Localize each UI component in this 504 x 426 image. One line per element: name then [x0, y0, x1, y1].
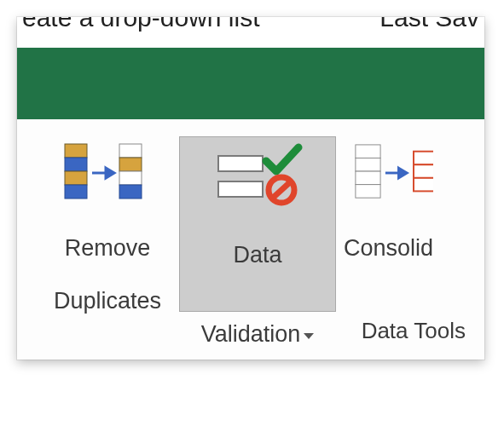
consolidate-label-1: Consolid — [344, 235, 433, 262]
svg-rect-14 — [356, 145, 380, 158]
titlebar-text-row: eate a drop-down list Last Sav — [17, 17, 484, 48]
consolidate-icon — [342, 142, 434, 204]
svg-rect-1 — [65, 158, 87, 171]
svg-rect-8 — [119, 171, 142, 185]
svg-line-13 — [272, 181, 291, 199]
titlebar-right-fragment: Last Sav — [379, 17, 479, 26]
svg-rect-22 — [414, 178, 434, 192]
svg-rect-16 — [356, 171, 380, 185]
svg-rect-20 — [414, 152, 434, 165]
remove-duplicates-label-2: Duplicates — [54, 288, 161, 314]
svg-marker-19 — [398, 168, 407, 178]
window-titlebar: eate a drop-down list Last Sav — [17, 17, 484, 119]
svg-marker-5 — [106, 168, 114, 178]
svg-rect-17 — [356, 185, 380, 199]
ribbon-group-label: Data Tools — [362, 318, 466, 344]
dropdown-chevron-icon[interactable] — [304, 333, 314, 339]
remove-duplicates-icon — [56, 142, 159, 204]
svg-rect-6 — [119, 144, 142, 158]
data-validation-icon — [206, 142, 309, 210]
consolidate-button[interactable]: Consolid — [336, 136, 434, 312]
titlebar-left-fragment: eate a drop-down list — [22, 17, 260, 26]
svg-rect-21 — [414, 164, 434, 178]
data-validation-button[interactable]: Data Validation — [179, 136, 336, 312]
svg-rect-11 — [218, 181, 263, 197]
ribbon-panel: Remove Duplicates — [17, 119, 484, 360]
svg-rect-15 — [356, 158, 380, 171]
svg-rect-3 — [65, 185, 87, 199]
data-validation-label-2: Validation — [201, 321, 301, 347]
svg-rect-2 — [65, 171, 87, 185]
ribbon-tabs-bar — [17, 48, 484, 119]
svg-rect-0 — [65, 144, 87, 158]
svg-rect-7 — [119, 158, 142, 171]
svg-rect-9 — [119, 185, 142, 199]
data-validation-label-1: Data — [201, 242, 315, 268]
ribbon-screenshot-frame: eate a drop-down list Last Sav — [17, 17, 484, 360]
remove-duplicates-label-1: Remove — [54, 235, 161, 262]
data-tools-buttons: Remove Duplicates — [17, 119, 484, 312]
svg-rect-10 — [218, 156, 263, 171]
remove-duplicates-button[interactable]: Remove Duplicates — [36, 136, 179, 312]
